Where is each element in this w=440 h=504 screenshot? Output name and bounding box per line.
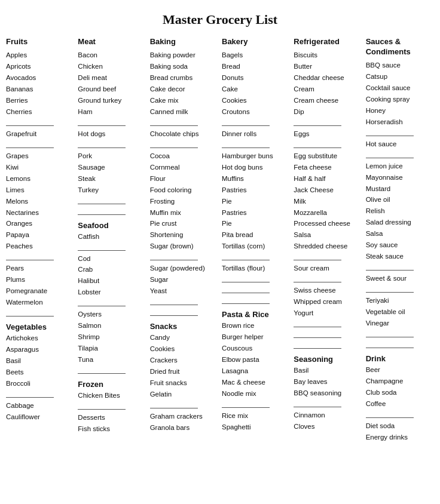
list-item: Cheddar cheese: [294, 72, 362, 84]
list-item: Rice mix: [222, 410, 290, 422]
blank-line-1-31: [78, 404, 126, 410]
column-2: BakingBaking powderBaking sodaBread crum…: [150, 37, 218, 434]
list-item: Oysters: [78, 309, 146, 320]
list-item: Whipped cream: [294, 296, 362, 308]
blank-line-2-18: [150, 254, 198, 260]
list-item: Crackers: [150, 355, 218, 366]
list-item: Swiss cheese: [294, 285, 362, 296]
list-item: Sweet & sour: [366, 273, 434, 284]
list-item: BBQ seasoning: [294, 388, 362, 399]
list-item: Shortening: [150, 229, 218, 241]
list-item: Processed cheese: [294, 218, 362, 229]
list-item: Papaya: [6, 229, 74, 241]
list-item: Cabbage: [6, 400, 74, 411]
list-item: Burger helper: [222, 331, 290, 343]
list-item: Grapefruit: [6, 128, 74, 140]
list-item: Salsa: [294, 229, 362, 241]
list-item: BBQ sauce: [366, 60, 434, 71]
list-item: Beer: [366, 364, 434, 376]
page-title: Master Grocery List: [6, 12, 434, 27]
blank-line-5-18: [366, 265, 414, 271]
list-item: Shrimp: [78, 331, 146, 343]
column-0: FruitsApplesApricotsAvocadosBananasBerri…: [6, 37, 74, 423]
list-item: Dried fruit: [150, 366, 218, 377]
list-item: Tuna: [78, 354, 146, 365]
list-item: Graham crackers: [150, 411, 218, 422]
list-item: Cooking spray: [366, 94, 434, 105]
list-item: Bagels: [222, 50, 290, 61]
sub-header-5-26: Drink: [366, 354, 434, 363]
list-item: Lemon juice: [366, 161, 434, 172]
list-item: Grapes: [6, 150, 74, 162]
blank-line-3-31: [222, 402, 270, 408]
list-item: Ground beef: [78, 84, 146, 95]
blank-line-3-20: [222, 276, 270, 282]
blank-line-0-6: [6, 120, 54, 126]
list-item: Ground turkey: [78, 95, 146, 106]
blank-line-4-26: [294, 343, 341, 349]
list-item: Muffin mix: [150, 207, 218, 219]
list-item: Apricots: [6, 61, 74, 72]
list-item: Hot dog buns: [222, 162, 290, 173]
blank-line-1-6: [78, 120, 126, 126]
list-item: Croutons: [222, 106, 290, 118]
list-item: Pie crust: [150, 218, 218, 229]
list-item: Canned milk: [150, 106, 218, 118]
list-item: Melons: [6, 196, 74, 207]
blank-line-0-30: [6, 392, 54, 398]
blank-line-4-8: [294, 142, 341, 148]
list-item: Spaghetti: [222, 422, 290, 433]
column-5: Sauces & CondimentsBBQ sauceCatsupCockta…: [366, 37, 434, 443]
list-item: Pie: [222, 196, 290, 207]
list-item: Vegetable oil: [366, 306, 434, 318]
list-item: Milk: [294, 196, 362, 207]
col-header-5: Sauces & Condiments: [366, 37, 434, 57]
list-item: Diet soda: [366, 420, 434, 432]
blank-line-1-14: [78, 209, 126, 215]
list-item: Kiwi: [6, 162, 74, 173]
list-item: Bread crumbs: [150, 72, 218, 84]
list-item: Cod: [78, 253, 146, 265]
col-header-2: Baking: [150, 37, 218, 47]
list-item: Couscous: [222, 343, 290, 354]
list-item: Muffins: [222, 173, 290, 185]
list-item: Jack Cheese: [294, 185, 362, 196]
column-1: MeatBaconChickenDeli meatGround beefGrou…: [78, 37, 146, 435]
list-item: Candy: [150, 332, 218, 343]
list-item: Sour cream: [294, 263, 362, 274]
list-item: Limes: [6, 185, 74, 196]
blank-line-2-8: [150, 142, 198, 148]
list-item: Artichokes: [6, 333, 74, 344]
blank-line-1-22: [78, 300, 126, 306]
list-item: Cauliflower: [6, 411, 74, 423]
blank-line-2-22: [150, 299, 198, 305]
list-item: Tilapia: [78, 343, 146, 354]
list-item: Salmon: [78, 320, 146, 331]
list-item: Fish sticks: [78, 423, 146, 435]
list-item: Steak: [78, 173, 146, 185]
blank-line-5-25: [366, 342, 414, 348]
blank-line-1-28: [78, 368, 126, 374]
blank-line-5-6: [366, 130, 414, 136]
list-item: Apples: [6, 50, 74, 61]
column-3: BakeryBagelsBreadDonutsCakeCookiesCrouto…: [222, 37, 290, 433]
list-item: Half & half: [294, 173, 362, 185]
list-item: Tortillas (corn): [222, 241, 290, 252]
list-item: Bananas: [6, 84, 74, 95]
list-item: Asparagus: [6, 344, 74, 355]
list-item: Olive oil: [366, 194, 434, 205]
list-item: Cake: [222, 84, 290, 95]
blank-line-1-13: [78, 198, 126, 204]
list-item: Sugar (powdered): [150, 263, 218, 274]
list-item: Cinnamon: [294, 410, 362, 421]
blank-line-4-25: [294, 332, 341, 338]
grocery-grid: FruitsApplesApricotsAvocadosBananasBerri…: [6, 37, 434, 443]
list-item: Soy sauce: [366, 239, 434, 251]
list-item: Flour: [150, 173, 218, 185]
list-item: Yogurt: [294, 308, 362, 319]
list-item: Gelatin: [150, 389, 218, 400]
list-item: Pastries: [222, 207, 290, 219]
list-item: Cake mix: [150, 95, 218, 106]
list-item: Bacon: [78, 50, 146, 61]
list-item: Pita bread: [222, 229, 290, 241]
